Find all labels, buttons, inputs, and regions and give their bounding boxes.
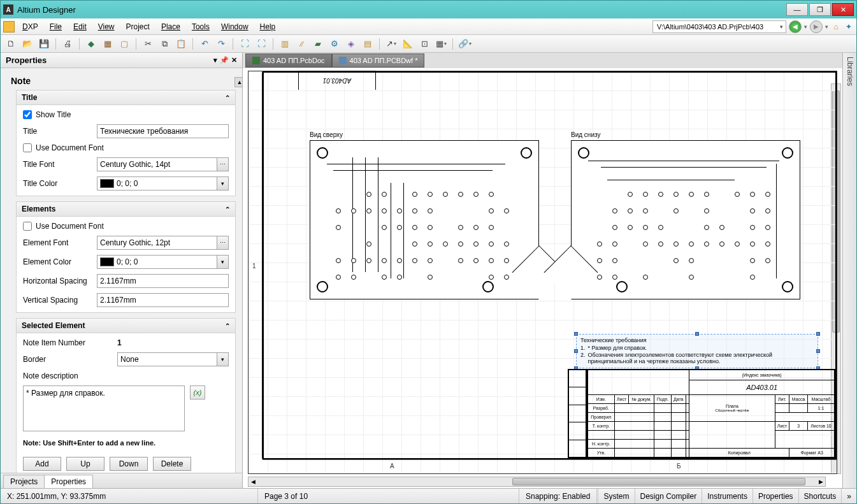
nav-forward-button[interactable]: ▶ (810, 20, 823, 33)
measure-icon[interactable]: 📐 (401, 38, 414, 50)
menu-view[interactable]: View (93, 20, 120, 33)
redo-icon[interactable]: ↷ (215, 38, 227, 50)
view-bottom-label: Вид снизу (571, 131, 600, 138)
panel-title: Properties (6, 55, 47, 65)
menu-help[interactable]: Help (255, 20, 281, 33)
copy-icon[interactable]: ⧉ (158, 38, 171, 50)
use-doc-font-el-checkbox[interactable]: Use Document Font (23, 222, 229, 231)
title-color-label: Title Color (23, 179, 92, 188)
status-expand[interactable]: » (841, 489, 856, 503)
route-icon[interactable]: ⫽ (295, 38, 308, 50)
group-elements[interactable]: Elements ⌃ (17, 202, 235, 217)
menu-place[interactable]: Place (156, 20, 185, 33)
new-icon[interactable]: 🗋 (4, 38, 17, 50)
component-icon[interactable]: ▢ (118, 38, 131, 50)
panel-bottom-tabs: Projects Properties (1, 473, 242, 488)
3d-icon[interactable]: ◈ (345, 38, 357, 50)
favorite-icon[interactable]: ✦ (844, 22, 854, 32)
menu-project[interactable]: Project (121, 20, 155, 33)
title-font-field[interactable]: Century Gothic, 14pt ⋯ (97, 157, 229, 171)
element-font-field[interactable]: Century Gothic, 12pt ⋯ (97, 236, 229, 250)
project-path-dropdown[interactable]: V:\Altium\0403\403 AD.PrjPcb\403 (652, 20, 786, 33)
ellipsis-icon[interactable]: ⋯ (217, 236, 228, 249)
close-button[interactable]: ✕ (832, 3, 854, 16)
panel-close-icon[interactable]: ✕ (231, 56, 237, 64)
show-title-checkbox[interactable]: Show Title (23, 110, 229, 119)
chevron-down-icon[interactable]: ▾ (217, 177, 228, 190)
menu-tools[interactable]: Tools (187, 20, 215, 33)
nav-back-button[interactable]: ◀ (789, 20, 802, 33)
title-input[interactable]: Технические требования (97, 124, 229, 138)
minimize-button[interactable]: — (786, 3, 808, 16)
undo-icon[interactable]: ↶ (198, 38, 211, 50)
open-icon[interactable]: 📂 (21, 38, 34, 50)
formula-button[interactable]: (x) (190, 385, 205, 400)
ruler-horizontal: А Б (263, 459, 837, 473)
border-label: Border (23, 355, 112, 364)
snap-icon[interactable]: ⊡ (418, 38, 431, 50)
zoom-area-icon[interactable]: ⛶ (255, 38, 268, 50)
board-icon[interactable]: ▦ (101, 38, 114, 50)
document-tabs: 403 AD ПП.PcbDoc 403 AD ПП.PCBDwf * (243, 53, 842, 68)
dxp-icon[interactable] (3, 21, 15, 32)
group-selected[interactable]: Selected Element ⌃ (17, 319, 235, 333)
home-icon[interactable]: ⌂ (831, 22, 841, 32)
libraries-rail[interactable]: Libraries (842, 53, 856, 488)
report-icon[interactable]: ▤ (361, 38, 374, 50)
border-dropdown[interactable]: None ▾ (117, 352, 229, 366)
design-icon[interactable]: ▥ (278, 38, 291, 50)
notes-box[interactable]: Технические требования 1.* Размер для сп… (576, 334, 818, 368)
grid-dd[interactable]: ▦ (435, 38, 447, 50)
link-dd[interactable]: 🔗 (458, 38, 471, 50)
cut-icon[interactable]: ✂ (141, 38, 154, 50)
statusbar: X: 251.001mm, Y: 93.375mm Page 3 of 10 S… (1, 488, 856, 503)
print-icon[interactable]: 🖨 (61, 38, 74, 50)
tool-dd1[interactable]: ↗ (385, 38, 398, 50)
scroll-up-button[interactable]: ▲ (234, 77, 242, 87)
menu-window[interactable]: Window (216, 20, 254, 33)
poly-icon[interactable]: ▰ (312, 38, 324, 50)
title-color-field[interactable]: 0; 0; 0 ▾ (97, 176, 229, 191)
doc-tab-pcbdoc[interactable]: 403 AD ПП.PcbDoc (245, 54, 332, 68)
save-icon[interactable]: 💾 (38, 38, 50, 50)
doc-tab-pcbdwf[interactable]: 403 AD ПП.PCBDwf * (332, 54, 425, 68)
maximize-button[interactable]: ❐ (809, 3, 831, 16)
up-button[interactable]: Up (66, 457, 104, 471)
down-button[interactable]: Down (110, 457, 148, 471)
status-shortcuts[interactable]: Shortcuts (798, 489, 842, 503)
collapse-icon: ⌃ (225, 94, 230, 101)
panel-dropdown-icon[interactable]: ▾ (213, 56, 217, 64)
panel-pin-icon[interactable]: 📌 (220, 56, 229, 64)
menu-file[interactable]: File (45, 20, 67, 33)
vspacing-input[interactable]: 2.1167mm (97, 293, 229, 307)
toolbar: 🗋 📂 💾 🖨 ◆ ▦ ▢ ✂ ⧉ 📋 ↶ ↷ ⛶ ⛶ ▥ ⫽ ▰ ⚙ ◈ ▤ … (1, 35, 856, 53)
menu-dxp[interactable]: DXP (17, 20, 43, 33)
status-page: Page 3 of 10 (258, 489, 519, 503)
status-system[interactable]: System (598, 489, 634, 503)
drc-icon[interactable]: ⚙ (328, 38, 341, 50)
delete-button[interactable]: Delete (153, 457, 191, 471)
menu-edit[interactable]: Edit (68, 20, 92, 33)
group-title[interactable]: Title ⌃ (17, 90, 235, 105)
status-coords: X: 251.001mm, Y: 93.375mm (1, 489, 258, 503)
horizontal-scrollbar[interactable]: ◀ ▶ (248, 477, 826, 487)
status-design-compiler[interactable]: Design Compiler (635, 489, 702, 503)
tab-properties[interactable]: Properties (44, 475, 93, 488)
element-color-field[interactable]: 0; 0; 0 ▾ (97, 255, 229, 269)
zoom-fit-icon[interactable]: ⛶ (238, 38, 251, 50)
color-swatch (100, 257, 114, 266)
chevron-down-icon[interactable]: ▾ (217, 256, 228, 268)
status-properties[interactable]: Properties (753, 489, 798, 503)
tab-projects[interactable]: Projects (3, 475, 45, 488)
layers-icon[interactable]: ◆ (85, 38, 97, 50)
add-button[interactable]: Add (23, 457, 61, 471)
hint-text: Note: Use Shift+Enter to add a new line. (23, 439, 229, 447)
paste-icon[interactable]: 📋 (175, 38, 187, 50)
chevron-down-icon[interactable]: ▾ (217, 353, 228, 366)
hspacing-input[interactable]: 2.1167mm (97, 274, 229, 288)
status-instruments[interactable]: Instruments (702, 489, 753, 503)
ellipsis-icon[interactable]: ⋯ (217, 158, 228, 171)
use-doc-font-title-checkbox[interactable]: Use Document Font (23, 143, 229, 152)
note-description-input[interactable]: * Размер для справок. (23, 385, 185, 431)
canvas[interactable]: 1 А Б AD403.01 Вид сверху Вид снизу (243, 68, 842, 488)
